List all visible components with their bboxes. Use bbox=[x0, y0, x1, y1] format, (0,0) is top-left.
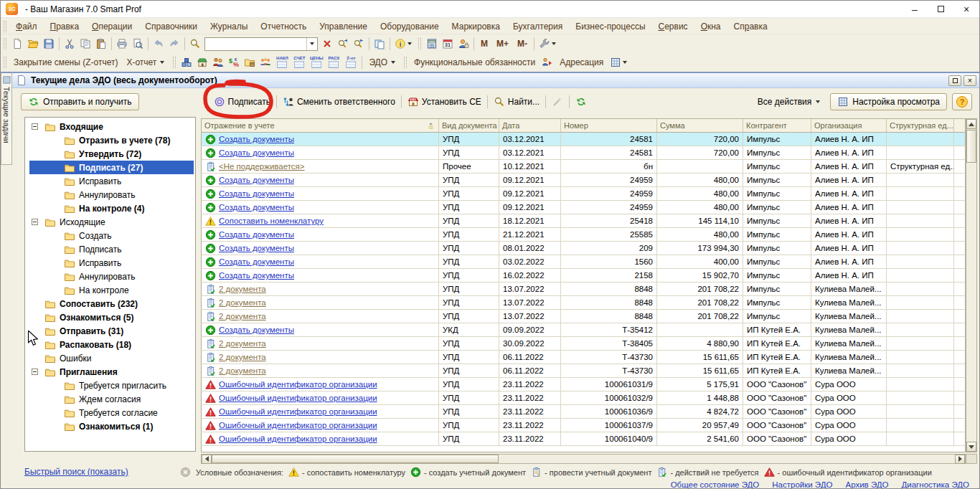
footer-link[interactable]: Архив ЭДО bbox=[845, 480, 888, 489]
memory-button-М[interactable]: М bbox=[476, 36, 492, 52]
cell-action[interactable]: Создать документы bbox=[202, 255, 439, 268]
change-responsible-button[interactable]: Сменить ответственного bbox=[279, 93, 399, 110]
memory-button-М-[interactable]: М- bbox=[513, 36, 532, 52]
cell-action[interactable]: Сопоставить номенклатуру bbox=[202, 214, 439, 227]
send-receive-button[interactable]: Отправить и получить bbox=[21, 93, 139, 110]
tree-item[interactable]: Аннулировать bbox=[29, 188, 194, 201]
table-row[interactable]: Создать документыУПД03.12.202124581720,0… bbox=[201, 133, 966, 146]
combo-dropdown-button[interactable] bbox=[306, 38, 317, 50]
table-row[interactable]: Создать документыУПД03.02.20221560400,00… bbox=[201, 255, 966, 269]
quick-search-link[interactable]: Быстрый поиск (показать) bbox=[24, 467, 128, 477]
tree-item[interactable]: Сопоставить (232) bbox=[29, 297, 194, 310]
column-header-7[interactable]: Организация bbox=[811, 119, 887, 132]
table-row[interactable]: Создать документыУПД09.12.202124959480,0… bbox=[201, 187, 966, 201]
action-link[interactable]: Создать документы bbox=[219, 326, 294, 334]
cell-action[interactable]: Ошибочный идентификатор организации bbox=[202, 432, 439, 445]
action-link[interactable]: Ошибочный идентификатор организации bbox=[219, 435, 377, 443]
menu-item-Управление[interactable]: Управление bbox=[313, 20, 374, 33]
menu-item-Правка[interactable]: Правка bbox=[44, 20, 86, 33]
copy-button[interactable] bbox=[77, 36, 93, 52]
tree-expander-icon[interactable] bbox=[32, 369, 38, 375]
footer-link[interactable]: Настройки ЭДО bbox=[772, 480, 832, 489]
wrench-button[interactable] bbox=[537, 36, 560, 52]
table-row[interactable]: 2 документаУПД06.11.2022Т-4373015 611,65… bbox=[201, 351, 966, 364]
menu-item-Бухгалтерия[interactable]: Бухгалтерия bbox=[507, 20, 569, 33]
action-link[interactable]: Ошибочный идентификатор организации bbox=[219, 394, 377, 402]
table-row[interactable]: Ошибочный идентификатор организацииУПД23… bbox=[201, 378, 966, 391]
tree-item[interactable]: Исправить bbox=[29, 256, 194, 270]
action-link[interactable]: Создать документы bbox=[219, 271, 294, 280]
tree-item[interactable]: Ошибки bbox=[29, 351, 194, 365]
column-header-5[interactable]: Сумма bbox=[657, 119, 743, 132]
memory-button-М+[interactable]: М+ bbox=[492, 36, 513, 52]
action-link[interactable]: Создать документы bbox=[219, 244, 294, 252]
action-link[interactable]: Сопоставить номенклатуру bbox=[219, 217, 324, 225]
cell-action[interactable]: 2 документа bbox=[202, 337, 439, 350]
table-row[interactable]: Создать документыУПД09.12.202124959480,0… bbox=[201, 201, 966, 214]
column-header-8[interactable]: Структурная ед... bbox=[887, 119, 954, 132]
menu-item-Справочники[interactable]: Справочники bbox=[138, 20, 204, 33]
cell-action[interactable]: Создать документы bbox=[202, 269, 439, 282]
action-link[interactable]: Ошибочный идентификатор организации bbox=[219, 407, 377, 416]
table-row[interactable]: Создать документыУКД09.09.2022Т-35412ИП … bbox=[201, 323, 966, 337]
cell-action[interactable]: Создать документы bbox=[202, 242, 439, 255]
table-row[interactable]: 2 документаУПД13.07.20228848201 708,22Им… bbox=[201, 283, 966, 296]
action-link[interactable]: Создать документы bbox=[219, 176, 294, 184]
cubes-button[interactable] bbox=[179, 54, 194, 70]
cell-action[interactable]: 2 документа bbox=[202, 351, 439, 364]
action-link[interactable]: Ошибочный идентификатор организации bbox=[219, 380, 377, 389]
save-button[interactable] bbox=[41, 36, 57, 52]
tree-expander-icon[interactable] bbox=[32, 219, 38, 225]
tree-item[interactable]: Приглашения bbox=[29, 365, 194, 379]
menu-item-Маркировка[interactable]: Маркировка bbox=[446, 20, 507, 33]
tree-item[interactable]: Входящие bbox=[29, 120, 194, 133]
scroll-left-button[interactable] bbox=[202, 455, 212, 464]
cell-action[interactable]: Ошибочный идентификатор организации bbox=[202, 405, 439, 418]
scroll-right-button[interactable] bbox=[955, 455, 965, 464]
redo-button[interactable] bbox=[166, 36, 182, 52]
column-header-4[interactable]: Номер bbox=[561, 119, 657, 132]
table-row[interactable]: Создать документыУПД03.12.202124581720,0… bbox=[201, 146, 966, 160]
column-header-3[interactable]: Дата bbox=[499, 119, 561, 132]
menu-item-Журналы[interactable]: Журналы bbox=[204, 20, 254, 33]
paste-button[interactable] bbox=[93, 36, 109, 52]
menu-item-Отчетность[interactable]: Отчетность bbox=[254, 20, 313, 33]
tree-item[interactable]: Ждем согласия bbox=[29, 392, 194, 406]
tree-item[interactable]: На контроле (4) bbox=[29, 201, 194, 215]
table-row[interactable]: Ошибочный идентификатор организацииУПД23… bbox=[201, 405, 966, 419]
find-next-button[interactable] bbox=[335, 36, 351, 52]
tree-item[interactable]: Создать bbox=[29, 229, 194, 242]
action-link[interactable]: Создать документы bbox=[219, 189, 294, 198]
vertical-scroll-thumb[interactable] bbox=[966, 130, 976, 163]
action-link[interactable]: 2 документа bbox=[219, 339, 266, 348]
action-link[interactable]: 2 документа bbox=[219, 285, 266, 293]
action-link[interactable]: Создать документы bbox=[219, 148, 294, 157]
open-button[interactable] bbox=[25, 36, 41, 52]
menu-item-Бизнес-процессы[interactable]: Бизнес-процессы bbox=[569, 20, 651, 33]
menu-item-Операции[interactable]: Операции bbox=[85, 20, 138, 33]
tree-item[interactable]: Требуется пригласить bbox=[29, 379, 194, 392]
tree-item[interactable]: Утвердить (72) bbox=[29, 147, 194, 161]
table-row[interactable]: Сопоставить номенклатуруУПД18.12.2021254… bbox=[201, 214, 966, 228]
tree-expander-icon[interactable] bbox=[32, 123, 38, 130]
staff-button[interactable] bbox=[210, 54, 226, 70]
menu-item-Файл[interactable]: Файл bbox=[9, 20, 44, 33]
tree-item[interactable]: Требуется согласие bbox=[29, 406, 194, 419]
folder-box-button[interactable] bbox=[242, 54, 258, 70]
find-button[interactable] bbox=[187, 36, 203, 52]
vertical-scrollbar[interactable] bbox=[966, 118, 977, 452]
tree-item[interactable]: Исправить bbox=[29, 174, 194, 188]
assign-button[interactable] bbox=[540, 54, 555, 70]
action-link[interactable]: <Не поддерживается> bbox=[219, 162, 305, 171]
tree-item[interactable]: На контроле bbox=[29, 283, 194, 297]
table-row[interactable]: 2 документаУПД30.09.2022Т-384054 880,90И… bbox=[201, 337, 966, 351]
action-link[interactable]: Создать документы bbox=[219, 203, 294, 212]
maximize-button[interactable] bbox=[928, 1, 953, 17]
tree-item[interactable]: Ознакомиться (1) bbox=[29, 419, 194, 433]
cell-action[interactable]: Ошибочный идентификатор организации bbox=[202, 391, 439, 404]
sign-button[interactable]: Подписать bbox=[210, 93, 274, 110]
tree-item[interactable]: Подписать (27) bbox=[29, 161, 194, 174]
report-icon-РАСХ[interactable]: РАСХ bbox=[326, 56, 341, 70]
calendar-button[interactable]: 31 bbox=[440, 36, 456, 52]
tree-item[interactable]: Исходящие bbox=[29, 215, 194, 229]
